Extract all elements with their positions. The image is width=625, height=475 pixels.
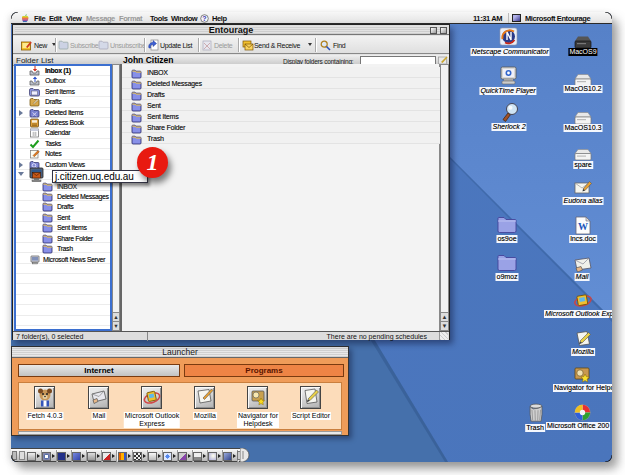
svg-text:W: W	[578, 221, 588, 232]
svg-text:?: ?	[202, 15, 206, 22]
